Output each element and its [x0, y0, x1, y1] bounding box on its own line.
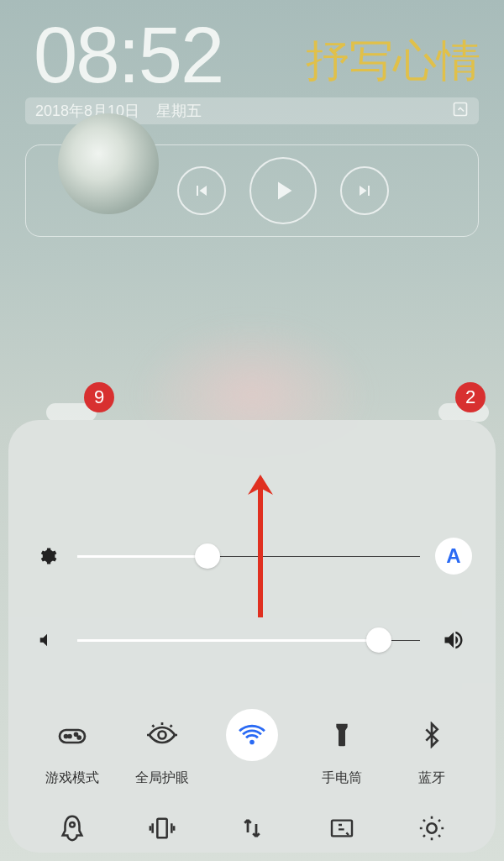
toggle-eye-protect[interactable]: 全局护眼	[122, 709, 203, 787]
toggle-flashlight[interactable]: 手电筒	[301, 709, 382, 787]
prev-track-button[interactable]	[177, 166, 226, 215]
brightness-slider[interactable]	[77, 555, 420, 558]
toggle-boost[interactable]: 一键加速	[32, 802, 113, 861]
toggle-bluetooth[interactable]: 蓝牙	[391, 709, 472, 787]
boost-icon	[46, 802, 98, 854]
toggle-vibrate[interactable]: 振动模式	[122, 802, 203, 861]
mood-text[interactable]: 抒写心情	[306, 32, 480, 91]
settings-gear-icon[interactable]	[32, 541, 62, 571]
svg-rect-8	[158, 819, 167, 838]
toggle-label: 手电筒	[322, 769, 362, 787]
svg-point-3	[69, 735, 71, 738]
svg-rect-0	[454, 102, 467, 115]
quick-toggles-grid: 游戏模式全局护眼手电筒蓝牙一键加速振动模式数据网络超级截屏前置柔光灯	[32, 709, 472, 861]
game-mode-icon	[46, 709, 98, 761]
clock-time: 08:52	[34, 10, 223, 101]
wifi-icon	[226, 709, 278, 761]
toggle-label: 全局护眼	[135, 769, 189, 787]
album-art[interactable]	[58, 113, 159, 214]
notification-badge-left: 9	[84, 382, 114, 412]
eye-protect-icon	[136, 709, 188, 761]
toggle-game-mode[interactable]: 游戏模式	[32, 709, 113, 787]
volume-slider[interactable]	[77, 639, 420, 642]
volume-high-icon	[435, 622, 472, 659]
svg-point-10	[427, 823, 436, 832]
control-center-panel: A 游戏模式全局护眼手电筒蓝牙一键加速振动模式数据网络超级截屏前置柔光灯	[8, 420, 496, 853]
toggle-label: 蓝牙	[418, 769, 445, 787]
music-widget	[25, 144, 479, 237]
next-track-button[interactable]	[340, 166, 389, 215]
play-button[interactable]	[249, 157, 317, 224]
fill-light-icon	[406, 802, 458, 854]
svg-point-7	[71, 822, 76, 827]
data-icon	[226, 802, 278, 854]
toggle-data[interactable]: 数据网络	[212, 802, 293, 861]
svg-point-5	[78, 737, 81, 739]
bluetooth-icon	[406, 709, 458, 761]
svg-point-2	[65, 735, 67, 738]
volume-low-icon	[32, 625, 62, 655]
vibrate-icon	[136, 802, 188, 854]
screenshot-icon	[316, 802, 368, 854]
notification-badge-right: 2	[455, 382, 486, 412]
flashlight-icon	[316, 709, 368, 761]
toggle-wifi[interactable]	[212, 709, 293, 787]
auto-brightness-button[interactable]: A	[435, 538, 472, 575]
svg-point-4	[75, 733, 77, 736]
weekday-text: 星期五	[156, 101, 202, 121]
toggle-screenshot[interactable]: 超级截屏	[301, 802, 382, 861]
svg-rect-9	[332, 821, 352, 837]
brightness-row: A	[32, 538, 472, 575]
toggle-fill-light[interactable]: 前置柔光灯	[391, 802, 472, 861]
edit-icon[interactable]	[452, 101, 469, 122]
toggle-label: 游戏模式	[45, 769, 99, 787]
volume-row	[32, 622, 472, 659]
svg-point-6	[159, 732, 166, 739]
